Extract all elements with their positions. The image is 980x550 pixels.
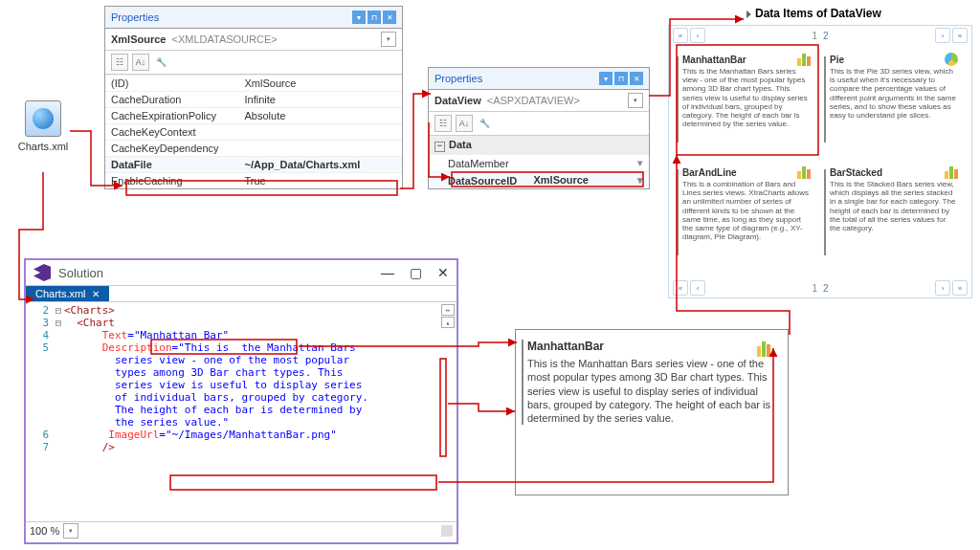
- zoom-level[interactable]: 100 %: [30, 525, 59, 537]
- property-grid: (ID)XmlSourceCacheDurationInfiniteCacheE…: [105, 75, 402, 188]
- bars-chart-icon: [945, 165, 960, 179]
- object-selector[interactable]: DataView <ASPXDATAVIEW> ▾: [429, 90, 649, 112]
- property-row[interactable]: DataSourceIDXmlSource ▾: [429, 172, 649, 189]
- property-value[interactable]: XmlSource: [239, 76, 403, 92]
- xml-file-icon: Charts.xml: [14, 100, 72, 152]
- pager-bottom: «‹ 12 ›»: [669, 278, 971, 297]
- wrench-icon[interactable]: 🔧: [477, 116, 492, 131]
- property-row[interactable]: DataMember ▾: [429, 155, 649, 172]
- tab-close-icon[interactable]: ✕: [92, 289, 100, 299]
- vertical-bar: [824, 169, 826, 255]
- property-row[interactable]: CacheExpirationPolicyAbsolute: [105, 108, 402, 124]
- property-value[interactable]: ~/App_Data/Charts.xml: [239, 157, 403, 173]
- triangle-icon: [746, 11, 751, 18]
- item-description: This is a combination of Bars and Lines …: [682, 180, 811, 241]
- next-icon[interactable]: ›: [935, 280, 950, 296]
- vertical-bar: [824, 56, 826, 143]
- property-value[interactable]: Absolute: [239, 108, 403, 124]
- property-row[interactable]: (ID)XmlSource: [105, 76, 402, 92]
- nav-up-icon[interactable]: ▴: [441, 317, 455, 328]
- zoom-bar: 100 % ▾: [26, 521, 457, 539]
- dataview-item[interactable]: BarAndLineThis is a combination of Bars …: [673, 162, 820, 275]
- property-value[interactable]: [239, 124, 403, 141]
- wrench-icon[interactable]: 🔧: [153, 55, 168, 70]
- item-description: This is the Stacked Bars series view, wh…: [830, 180, 958, 232]
- close-icon[interactable]: ✕: [630, 72, 643, 85]
- item-description: This is the Pie 3D series view, which is…: [830, 67, 958, 120]
- property-row[interactable]: CacheDurationInfinite: [105, 92, 402, 108]
- property-key: CacheKeyContext: [105, 124, 239, 141]
- file-name: Charts.xml: [14, 141, 72, 152]
- properties-panel-dataview: Properties ▾ ⊓ ✕ DataView <ASPXDATAVIEW>…: [428, 67, 650, 189]
- dropdown-icon[interactable]: ▾: [352, 11, 366, 24]
- page-current[interactable]: 1: [812, 31, 817, 41]
- pin-icon[interactable]: ⊓: [368, 11, 381, 24]
- sort-icon[interactable]: A↓: [456, 115, 473, 132]
- last-icon[interactable]: »: [952, 28, 968, 43]
- property-key: EnableCaching: [105, 173, 239, 189]
- property-row[interactable]: EnableCachingTrue: [105, 173, 402, 189]
- categorize-icon[interactable]: ☷: [111, 54, 128, 71]
- chevron-down-icon[interactable]: ▾: [628, 93, 643, 108]
- page-link[interactable]: 2: [823, 31, 829, 41]
- detail-card: ManhattanBar This is the Manhattan Bars …: [515, 329, 789, 495]
- next-icon[interactable]: ›: [935, 28, 950, 43]
- item-title: BarStacked: [830, 167, 958, 178]
- page-current[interactable]: 1: [812, 283, 817, 294]
- sort-icon[interactable]: A↓: [132, 54, 149, 71]
- prev-icon[interactable]: ‹: [690, 28, 705, 43]
- window-title: Solution: [58, 266, 103, 280]
- first-icon[interactable]: «: [673, 28, 688, 43]
- page-numbers: 12: [812, 283, 828, 294]
- minimize-icon[interactable]: —: [381, 265, 394, 280]
- item-title: ManhattanBar: [682, 55, 811, 65]
- object-type: <ASPXDATAVIEW>: [487, 95, 580, 106]
- property-row[interactable]: DataFile~/App_Data/Charts.xml: [105, 157, 402, 173]
- property-value[interactable]: True: [239, 173, 403, 189]
- dataview-item[interactable]: BarStackedThis is the Stacked Bars serie…: [820, 162, 968, 275]
- chevron-down-icon[interactable]: ▾: [381, 32, 396, 47]
- tab-label: Charts.xml: [35, 288, 86, 299]
- section-label: Data: [449, 139, 472, 150]
- pager-top: «‹ 12 ›»: [669, 26, 971, 45]
- split-icon[interactable]: ↔: [441, 304, 455, 316]
- object-selector[interactable]: XmlSource <XMLDATASOURCE> ▾: [105, 29, 402, 51]
- page-link[interactable]: 2: [823, 283, 829, 294]
- property-value[interactable]: XmlSource ▾: [528, 172, 650, 189]
- property-key: CacheExpirationPolicy: [105, 108, 239, 124]
- world-file-glyph: [25, 100, 61, 137]
- first-icon[interactable]: «: [673, 280, 688, 296]
- property-value[interactable]: [239, 141, 403, 157]
- detail-description: This is the Manhattan Bars series view -…: [527, 357, 776, 425]
- dataview-item[interactable]: ManhattanBarThis is the Manhattan Bars s…: [673, 49, 820, 162]
- property-key: (ID): [105, 76, 239, 92]
- maximize-icon[interactable]: ▢: [410, 265, 422, 280]
- close-icon[interactable]: ✕: [383, 11, 396, 24]
- collapse-icon[interactable]: −: [434, 142, 445, 152]
- property-value[interactable]: ▾: [528, 155, 650, 172]
- zoom-dropdown-icon[interactable]: ▾: [63, 523, 78, 539]
- vs-logo-icon: [33, 264, 51, 281]
- pin-icon[interactable]: ⊓: [614, 72, 628, 85]
- item-title: Pie: [830, 55, 958, 65]
- object-name: DataView: [434, 95, 481, 106]
- properties-panel-xmlsource: Properties ▾ ⊓ ✕ XmlSource <XMLDATASOURC…: [104, 6, 403, 189]
- code-editor[interactable]: ↔▴ 2⊟<Charts> 3⊟ <Chart 4 Text="Manhatta…: [26, 301, 457, 521]
- close-icon[interactable]: ✕: [437, 265, 449, 280]
- property-row[interactable]: CacheKeyContext: [105, 124, 402, 141]
- prev-icon[interactable]: ‹: [690, 280, 705, 296]
- property-row[interactable]: CacheKeyDependency: [105, 141, 402, 157]
- dataview-item[interactable]: PieThis is the Pie 3D series view, which…: [820, 49, 968, 162]
- dropdown-icon[interactable]: ▾: [599, 72, 612, 85]
- last-icon[interactable]: »: [952, 280, 968, 296]
- panel-title: Properties: [111, 11, 159, 23]
- property-value[interactable]: Infinite: [239, 92, 403, 108]
- panel-header: Properties ▾ ⊓ ✕: [105, 7, 402, 29]
- titlebar: Solution — ▢ ✕: [26, 260, 457, 285]
- vertical-bar: [677, 169, 679, 255]
- editor-tab[interactable]: Charts.xml✕: [26, 286, 109, 301]
- property-grid: −Data DataMember ▾DataSourceIDXmlSource …: [429, 136, 649, 188]
- property-key: DataSourceID: [429, 172, 528, 189]
- categorize-icon[interactable]: ☷: [434, 115, 452, 132]
- panel-title: Properties: [434, 73, 482, 84]
